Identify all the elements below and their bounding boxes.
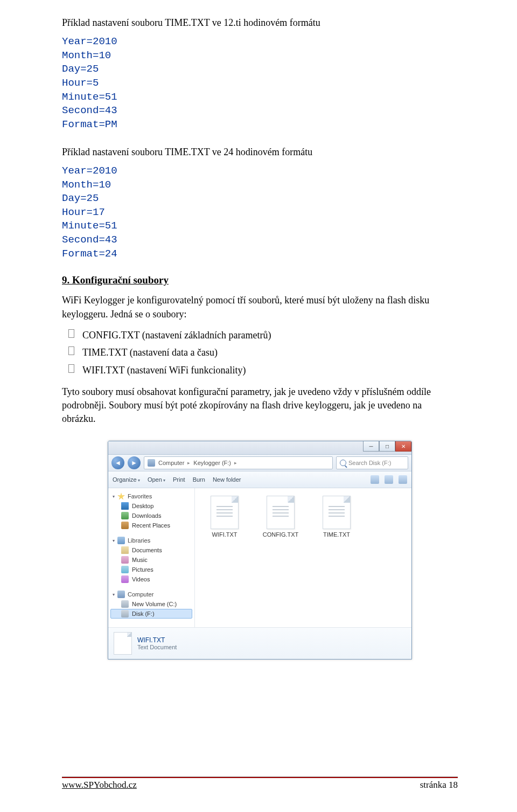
music-icon — [121, 556, 129, 564]
window-titlebar: ─ □ ✕ — [108, 441, 411, 455]
maximize-button[interactable]: □ — [379, 441, 395, 452]
search-icon — [340, 460, 346, 466]
favorites-icon — [117, 492, 125, 500]
desktop-icon — [121, 502, 129, 510]
crumb-computer[interactable]: Computer — [158, 460, 184, 466]
sidebar-item-recent[interactable]: Recent Places — [110, 520, 192, 530]
section-number: 9. — [62, 274, 72, 286]
sidebar-item-label: Disk (F:) — [132, 610, 155, 617]
text-file-icon — [267, 496, 295, 529]
sidebar-item-label: Desktop — [132, 503, 153, 509]
details-filename: WIFI.TXT — [137, 636, 177, 644]
sidebar-item-label: Downloads — [132, 512, 161, 519]
list-item: CONFIG.TXT (nastavení základních paramet… — [82, 327, 458, 344]
videos-icon — [121, 575, 129, 583]
close-button[interactable]: ✕ — [395, 441, 411, 452]
page-number: stránka 18 — [420, 780, 458, 790]
section-heading: 9. Konfigurační soubory — [62, 274, 458, 286]
view-icon[interactable] — [371, 475, 379, 484]
details-filetype: Text Document — [137, 644, 177, 650]
sidebar-item-disk-f[interactable]: Disk (F:) — [110, 609, 192, 619]
sidebar-item-downloads[interactable]: Downloads — [110, 511, 192, 520]
burn-button[interactable]: Burn — [193, 476, 205, 483]
newfolder-button[interactable]: New folder — [213, 476, 241, 483]
sidebar-item-label: Pictures — [132, 566, 153, 573]
details-pane: WIFI.TXT Text Document — [108, 627, 411, 659]
sidebar-computer[interactable]: Computer — [128, 591, 153, 598]
crumb-drive[interactable]: Keylogger (F:) — [193, 460, 231, 466]
open-button[interactable]: Open — [148, 476, 165, 483]
page-footer: www.SPYobchod.cz stránka 18 — [62, 776, 458, 790]
help-icon[interactable] — [399, 475, 407, 484]
code-block-24h: Year=2010 Month=10 Day=25 Hour=17 Minute… — [62, 164, 458, 261]
forward-button[interactable]: ► — [128, 456, 141, 469]
downloads-icon — [121, 512, 129, 519]
file-name: WIFI.TXT — [201, 531, 248, 538]
organize-button[interactable]: Organize — [113, 476, 140, 483]
heading-example-24h: Příklad nastavení souboru TIME.TXT ve 24… — [62, 145, 458, 159]
search-placeholder: Search Disk (F:) — [348, 460, 391, 466]
sidebar: ▾Favorites Desktop Downloads Recent Plac… — [108, 488, 195, 627]
sidebar-item-desktop[interactable]: Desktop — [110, 501, 192, 511]
code-block-12h: Year=2010 Month=10 Day=25 Hour=5 Minute=… — [62, 35, 458, 131]
section-title: Konfigurační soubory — [72, 274, 169, 286]
file-item[interactable]: CONFIG.TXT — [257, 496, 304, 538]
navigation-bar: ◄ ► Computer ▸ Keylogger (F:) ▸ Search D… — [108, 455, 411, 471]
text-file-icon — [211, 496, 239, 529]
sidebar-item-label: Recent Places — [132, 522, 170, 529]
file-item[interactable]: WIFI.TXT — [201, 496, 248, 538]
toolbar: Organize Open Print Burn New folder — [108, 471, 411, 488]
explorer-screenshot: ─ □ ✕ ◄ ► Computer ▸ Keylogger (F:) ▸ Se… — [108, 441, 458, 660]
chevron-right-icon: ▸ — [187, 460, 190, 466]
back-button[interactable]: ◄ — [111, 456, 124, 469]
text-file-icon — [323, 496, 351, 529]
chevron-right-icon: ▸ — [234, 460, 237, 466]
computer-icon — [117, 591, 125, 598]
breadcrumb[interactable]: Computer ▸ Keylogger (F:) ▸ — [144, 456, 333, 469]
sidebar-libraries[interactable]: Libraries — [128, 537, 150, 544]
paragraph-detail: Tyto soubory musí obsahovat konfigurační… — [62, 385, 458, 426]
footer-link[interactable]: www.SPYobchod.cz — [62, 780, 137, 790]
print-button[interactable]: Print — [173, 476, 185, 483]
sidebar-item-label: Documents — [132, 547, 162, 553]
file-list: WIFI.TXT CONFIG.TXT TIME.TXT — [195, 488, 411, 627]
list-item: WIFI.TXT (nastavení WiFi funkcionality) — [82, 362, 458, 379]
sidebar-item-videos[interactable]: Videos — [110, 574, 192, 584]
sidebar-item-documents[interactable]: Documents — [110, 545, 192, 555]
computer-icon — [148, 459, 155, 467]
documents-icon — [121, 546, 129, 554]
sidebar-item-label: Music — [132, 557, 148, 563]
sidebar-favorites[interactable]: Favorites — [128, 493, 152, 499]
drive-icon — [121, 610, 129, 617]
paragraph-intro: WiFi Keylogger je konfigurovatelný pomoc… — [62, 294, 458, 321]
heading-example-12h: Příklad nastavení souboru TIME.TXT ve 12… — [62, 16, 458, 30]
search-input[interactable]: Search Disk (F:) — [336, 456, 408, 469]
pictures-icon — [121, 566, 129, 573]
file-name: CONFIG.TXT — [257, 531, 304, 538]
file-item[interactable]: TIME.TXT — [313, 496, 360, 538]
sidebar-item-label: Videos — [132, 576, 150, 582]
list-item: TIME.TXT (nastavení data a času) — [82, 344, 458, 361]
sidebar-item-label: New Volume (C:) — [132, 601, 177, 607]
preview-icon[interactable] — [385, 475, 393, 484]
sidebar-item-volume-c[interactable]: New Volume (C:) — [110, 599, 192, 609]
recent-icon — [121, 522, 129, 529]
sidebar-item-music[interactable]: Music — [110, 555, 192, 565]
sidebar-item-pictures[interactable]: Pictures — [110, 565, 192, 574]
text-file-icon — [114, 632, 132, 655]
minimize-button[interactable]: ─ — [363, 441, 379, 452]
file-name: TIME.TXT — [313, 531, 360, 538]
libraries-icon — [117, 537, 125, 544]
bullet-list: CONFIG.TXT (nastavení základních paramet… — [62, 327, 458, 379]
drive-icon — [121, 600, 129, 608]
